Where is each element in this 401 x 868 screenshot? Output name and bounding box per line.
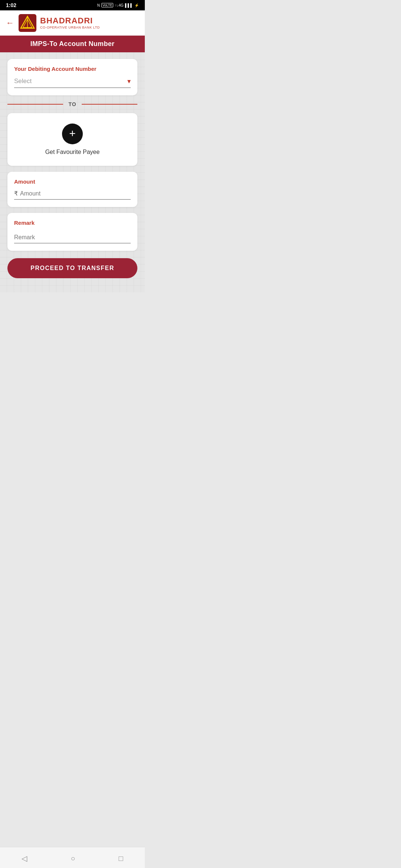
chevron-down-icon: ▾ — [127, 77, 131, 85]
add-payee-button[interactable]: + — [62, 124, 83, 144]
to-line-right — [82, 104, 137, 105]
logo-subtitle: CO-OPERATIVE URBAN BANK LTD — [40, 26, 100, 29]
rupee-symbol: ₹ — [14, 190, 18, 197]
amount-input-row: ₹ — [14, 190, 131, 200]
amount-input[interactable] — [20, 190, 131, 197]
to-line-left — [7, 104, 63, 105]
main-content: Your Debiting Account Number Select ▾ TO… — [0, 52, 145, 292]
logo-text: BHADRADRI CO-OPERATIVE URBAN BANK LTD — [40, 16, 100, 29]
debiting-account-card: Your Debiting Account Number Select ▾ — [7, 59, 137, 95]
to-label: TO — [68, 101, 76, 107]
remark-card: Remark — [7, 213, 137, 251]
signal-4g-icon: ↑↓4G — [115, 3, 123, 7]
logo-name: BHADRADRI — [40, 16, 100, 25]
signal-bars-icon: ▌▌▌ — [125, 3, 133, 7]
proceed-transfer-button[interactable]: PROCEED TO TRANSFER — [7, 258, 137, 278]
plus-icon: + — [69, 128, 76, 139]
debiting-account-label: Your Debiting Account Number — [14, 66, 131, 72]
back-button[interactable]: ← — [6, 19, 14, 27]
remark-input[interactable] — [14, 234, 131, 243]
status-icons: N VoLTE ↑↓4G ▌▌▌ ⚡ — [97, 3, 139, 7]
get-favourite-payee-label: Get Favourite Payee — [45, 149, 100, 155]
account-select-placeholder: Select — [14, 78, 32, 85]
amount-card: Amount ₹ — [7, 172, 137, 207]
status-time: 1:02 — [6, 2, 16, 8]
logo-icon — [19, 14, 36, 32]
logo-container: BHADRADRI CO-OPERATIVE URBAN BANK LTD — [19, 14, 100, 32]
volte-icon: VoLTE — [101, 3, 113, 7]
remark-label: Remark — [14, 220, 131, 226]
header: ← BHADRADRI CO-OPERATIVE URBAN BANK LTD — [0, 10, 145, 36]
account-select-row[interactable]: Select ▾ — [14, 77, 131, 88]
to-divider: TO — [7, 101, 137, 107]
page-title: IMPS-To Account Number — [30, 40, 115, 47]
battery-icon: ⚡ — [134, 3, 139, 7]
favourite-payee-card: + Get Favourite Payee — [7, 113, 137, 166]
amount-label: Amount — [14, 178, 131, 185]
page-title-banner: IMPS-To Account Number — [0, 36, 145, 52]
status-bar: 1:02 N VoLTE ↑↓4G ▌▌▌ ⚡ — [0, 0, 145, 10]
nfc-icon: N — [97, 3, 100, 7]
